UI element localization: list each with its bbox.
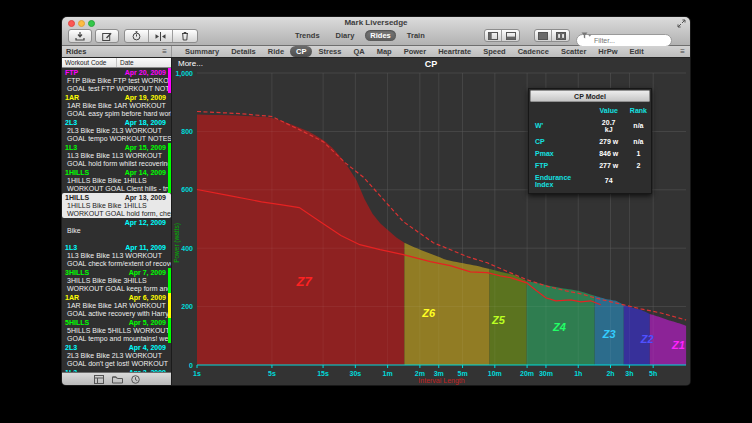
toggle-lowbar-button[interactable] [502, 30, 519, 41]
ride-description: FTP Bike Bike FTP test WORKOUT [62, 77, 171, 85]
column-workout-code[interactable]: Workout Code [62, 58, 117, 67]
ride-row[interactable]: 5HILLSApr 5, 20095HILLS Bike 5HILLS WORK… [62, 318, 171, 343]
cp-model-value: 279 w [591, 135, 623, 147]
ride-color-stripe [168, 268, 171, 293]
ride-row[interactable]: 1ARApr 6, 20091AR Bike Bike 1AR WORKOUTG… [62, 293, 171, 318]
cp-model-rank: n/a [624, 135, 651, 147]
cp-model-col-header [529, 104, 591, 116]
ride-color-stripe [168, 168, 171, 193]
split-ride-button[interactable] [149, 30, 173, 42]
ride-code: 1HILLS [65, 169, 89, 177]
x-tick-label: 15s [317, 370, 329, 377]
ride-description: GOAL don't get lost! WORKOUT [62, 360, 171, 368]
chart-title: CP [172, 59, 690, 69]
toggle-sidebar-button[interactable] [485, 30, 502, 41]
ride-description: 2L3 Bike Bike 2L3 WORKOUT [62, 352, 171, 360]
ride-description: 1AR Bike Bike 1AR WORKOUT [62, 302, 171, 310]
ride-date: Apr 5, 2009 [129, 319, 166, 327]
sidebar-menu-icon[interactable]: ≡ [162, 47, 167, 57]
single-pane-icon [538, 32, 548, 40]
delete-ride-button[interactable] [173, 30, 197, 42]
tab-details[interactable]: Details [225, 46, 262, 57]
y-tick-label: 400 [181, 245, 193, 252]
x-tick-label: 5h [649, 370, 657, 377]
ride-list-header: Workout Code Date [62, 58, 171, 68]
x-tick-label: 1h [574, 370, 582, 377]
ride-row[interactable]: 2L3Apr 18, 20092L3 Bike Bike 2L3 WORKOUT… [62, 118, 171, 143]
ride-description: 1L3 Bike Bike 1L3 WORKOUT [62, 152, 171, 160]
zone-label-z7: Z7 [296, 274, 313, 289]
view-train[interactable]: Train [402, 30, 430, 41]
cp-model-row-label: CP [529, 135, 591, 147]
tab-ride[interactable]: Ride [262, 46, 290, 57]
ride-row[interactable]: 1HILLSApr 13, 20091HILLS Bike Bike 1HILL… [62, 193, 171, 218]
fullscreen-icon[interactable] [677, 19, 686, 28]
view-trends[interactable]: Trends [290, 30, 325, 41]
tab-qa[interactable]: QA [347, 46, 370, 57]
trash-icon [181, 31, 189, 41]
stopwatch-icon [132, 31, 141, 41]
ride-color-stripe [168, 318, 171, 343]
zone-band-z7 [197, 115, 404, 366]
view-rides[interactable]: Rides [365, 30, 395, 41]
tab-power[interactable]: Power [398, 46, 433, 57]
ride-code: 1HILLS [65, 194, 89, 202]
ride-description: 1AR Bike Bike 1AR WORKOUT [62, 102, 171, 110]
ride-description: GOAL test FTP WORKOUT NOTES [62, 85, 171, 93]
tab-speed[interactable]: Speed [477, 46, 512, 57]
tab-summary[interactable]: Summary [179, 46, 225, 57]
ride-code: 2L3 [65, 344, 77, 352]
import-ride-button[interactable] [68, 29, 92, 43]
ride-row[interactable]: Apr 12, 2009Bike [62, 218, 171, 243]
ride-row[interactable]: FTPApr 20, 2009FTP Bike Bike FTP test WO… [62, 68, 171, 93]
toolbar-group [124, 29, 198, 43]
tab-edit[interactable]: Edit [624, 46, 650, 57]
ride-row[interactable]: 1ARApr 19, 20091AR Bike Bike 1AR WORKOUT… [62, 93, 171, 118]
ride-description: WORKOUT GOAL keep form and [62, 285, 171, 293]
ride-row[interactable]: 3HILLSApr 7, 20093HILLS Bike Bike 3HILLS… [62, 268, 171, 293]
manual-entry-button[interactable] [95, 29, 119, 43]
view-diary[interactable]: Diary [331, 30, 360, 41]
clock-icon[interactable] [131, 375, 140, 384]
stopwatch-button[interactable] [125, 30, 149, 42]
ride-description: 1HILLS Bike Bike 1HILLS [62, 177, 171, 185]
ride-row[interactable]: 1L3Apr 15, 20091L3 Bike Bike 1L3 WORKOUT… [62, 143, 171, 168]
ride-date: Apr 18, 2009 [125, 119, 166, 127]
tab-heartrate[interactable]: Heartrate [432, 46, 477, 57]
tab-cp[interactable]: CP [290, 46, 312, 57]
rides-sidebar: Workout Code Date FTPApr 20, 2009FTP Bik… [62, 58, 172, 385]
cp-model-row-label: FTP [529, 159, 591, 171]
ride-date: Apr 20, 2009 [125, 69, 166, 77]
tab-stress[interactable]: Stress [312, 46, 347, 57]
ride-row[interactable]: 2L3Apr 4, 20092L3 Bike Bike 2L3 WORKOUTG… [62, 343, 171, 368]
x-tick-label: 5m [457, 370, 467, 377]
tabs-menu-icon[interactable]: ≡ [680, 47, 685, 56]
tab-hrpw[interactable]: HrPw [592, 46, 623, 57]
ride-date: Apr 15, 2009 [125, 144, 166, 152]
ride-description: GOAL hold form whilst recovering [62, 160, 171, 168]
ride-row[interactable]: 1L3Apr 11, 20091L3 Bike Bike 1L3 WORKOUT… [62, 243, 171, 268]
tab-cadence[interactable]: Cadence [512, 46, 555, 57]
ride-description: 1HILLS Bike Bike 1HILLS [62, 202, 171, 210]
ride-date: Apr 14, 2009 [125, 169, 166, 177]
ride-code: 1AR [65, 94, 79, 102]
tab-map[interactable]: Map [371, 46, 398, 57]
ride-description: GOAL tempo WORKOUT NOTES [62, 135, 171, 143]
tab-scatter[interactable]: Scatter [555, 46, 592, 57]
ride-code: 1L3 [65, 244, 77, 252]
cp-model-rank [624, 171, 651, 190]
ride-code: FTP [65, 69, 78, 77]
zone-label-z1: Z1 [671, 339, 685, 351]
x-tick-label: 30s [350, 370, 362, 377]
tiled-view-button[interactable] [552, 30, 569, 41]
column-date[interactable]: Date [117, 59, 134, 66]
cp-chart-panel: More... CP Z7Z6Z5Z4Z3Z2Z11s5s15s30s1m2m3… [172, 58, 690, 385]
x-tick-label: 20m [520, 370, 534, 377]
zone-band-z6 [404, 243, 489, 365]
folder-icon[interactable] [112, 375, 123, 384]
grid-view-icon[interactable] [94, 375, 104, 384]
ride-row[interactable]: 1HILLSApr 14, 20091HILLS Bike Bike 1HILL… [62, 168, 171, 193]
cp-model-row-label: Endurance Index [529, 171, 591, 190]
tabbed-view-button[interactable] [535, 30, 552, 41]
x-tick-label: 3m [434, 370, 444, 377]
